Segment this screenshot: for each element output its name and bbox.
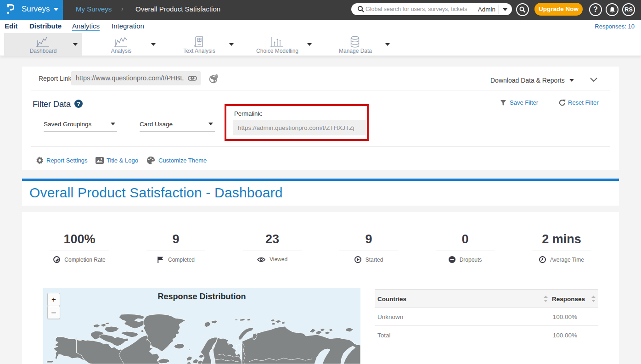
svg-text:?: ? [77, 101, 80, 107]
